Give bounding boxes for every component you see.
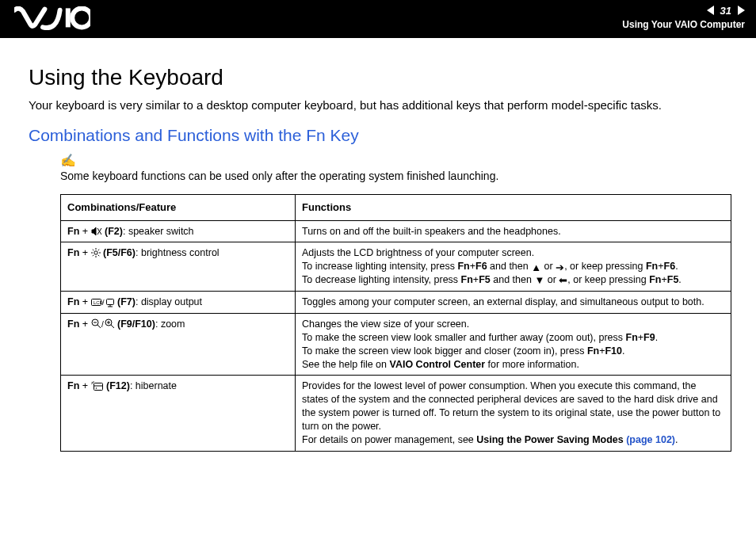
page-content: Using the Keyboard Your keyboard is very…	[0, 38, 756, 452]
svg-line-9	[92, 250, 93, 250]
section-label: Using Your VAIO Computer	[622, 19, 745, 30]
svg-line-10	[97, 255, 98, 256]
brightness-icon	[91, 248, 101, 257]
table-row: Fn + (F5/F6): brightness control Adjusts…	[61, 242, 731, 292]
table-row: Fn + zz (F12): hibernate Provides for th…	[61, 376, 731, 451]
col-header-functions: Functions	[296, 195, 731, 221]
zoom-icon: /	[91, 318, 115, 330]
svg-line-20	[97, 325, 101, 328]
svg-text:/: /	[102, 299, 105, 307]
svg-text:/: /	[101, 320, 104, 329]
page-number: 31	[719, 5, 733, 17]
svg-line-12	[97, 250, 98, 250]
arrow-left-icon: ⬅	[559, 275, 567, 285]
arrow-up-icon: ▲	[531, 262, 541, 273]
display-output-icon: LCD/	[91, 297, 115, 307]
svg-rect-27	[94, 383, 102, 391]
svg-rect-0	[66, 8, 71, 27]
note-icon: ✍	[60, 154, 727, 167]
page-nav: 31	[622, 3, 745, 17]
table-row: Fn + (F2): speaker switch Turns on and o…	[61, 220, 731, 242]
header-bar: 31 Using Your VAIO Computer	[0, 0, 756, 38]
note-text: Some keyboard functions can be used only…	[60, 170, 498, 182]
next-page-icon[interactable]	[738, 6, 745, 15]
speaker-mute-icon	[91, 227, 102, 236]
combo-cell: Fn + zz (F12): hibernate	[61, 376, 296, 451]
subsection-title: Combinations and Functions with the Fn K…	[29, 126, 727, 145]
fn-key-table: Combinations/Feature Functions Fn + (F2)…	[60, 194, 731, 452]
combo-cell: Fn + LCD/ (F7): display output	[61, 292, 296, 314]
arrow-down-icon: ▼	[534, 275, 544, 285]
function-cell: Toggles among your computer screen, an e…	[296, 292, 731, 314]
table-row: Fn + LCD/ (F7): display output Toggles a…	[61, 292, 731, 314]
power-modes-link[interactable]: (page 102)	[626, 434, 675, 445]
note-block: ✍ Some keyboard functions can be used on…	[60, 154, 727, 183]
function-cell: Turns on and off the built-in speakers a…	[296, 220, 731, 242]
svg-point-4	[94, 251, 97, 254]
function-cell: Provides for the lowest level of power c…	[296, 376, 731, 451]
table-row: Fn + / (F9/F10): zoom Changes the view s…	[61, 313, 731, 376]
svg-point-29	[95, 388, 97, 390]
intro-text: Your keyboard is very similar to a deskt…	[29, 98, 727, 112]
function-cell: Changes the view size of your screen. To…	[296, 313, 731, 376]
hibernate-icon: zz	[91, 380, 104, 391]
svg-rect-16	[106, 299, 113, 305]
table-header-row: Combinations/Feature Functions	[61, 195, 731, 221]
svg-line-24	[111, 325, 114, 328]
vaio-logo	[14, 6, 90, 33]
svg-point-1	[72, 8, 90, 27]
combo-cell: Fn + (F2): speaker switch	[61, 220, 296, 242]
arrow-right-icon: ➔	[556, 262, 564, 273]
combo-cell: Fn + / (F9/F10): zoom	[61, 313, 296, 376]
combo-cell: Fn + (F5/F6): brightness control	[61, 242, 296, 292]
svg-line-11	[92, 255, 93, 256]
col-header-combinations: Combinations/Feature	[61, 195, 296, 221]
function-cell: Adjusts the LCD brightness of your compu…	[296, 242, 731, 292]
svg-text:z: z	[93, 380, 94, 383]
page-title: Using the Keyboard	[29, 65, 727, 90]
prev-page-icon[interactable]	[707, 6, 714, 15]
